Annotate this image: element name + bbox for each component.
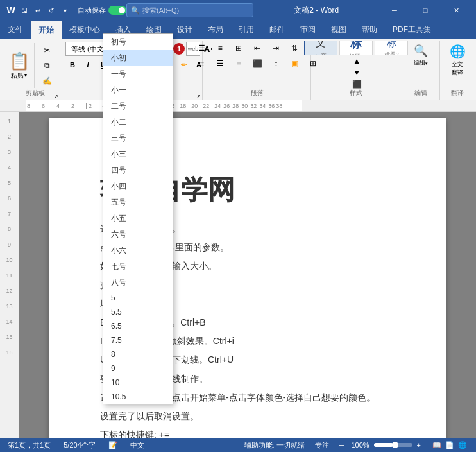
fontsize-badge: 1 bbox=[173, 43, 185, 55]
zoom-out-button[interactable]: ─ bbox=[337, 438, 347, 452]
sort-button[interactable]: ⇅ bbox=[285, 41, 303, 55]
fontsize-item-erhao[interactable]: 二号 bbox=[103, 98, 173, 114]
tab-references[interactable]: 引用 bbox=[231, 21, 262, 39]
autosave-toggle[interactable] bbox=[108, 6, 126, 15]
fontsize-item-bahao[interactable]: 八号 bbox=[103, 275, 173, 291]
style-heading1[interactable]: 标 标题1 bbox=[339, 41, 373, 55]
macro-button[interactable]: 📝 bbox=[106, 438, 120, 452]
fontsize-item-10-5[interactable]: 10.5 bbox=[103, 390, 173, 404]
web-view-button[interactable]: 🌐 bbox=[457, 441, 468, 449]
style-h2-label: 标题2 bbox=[384, 51, 399, 55]
translate-label: 全文翻译 bbox=[452, 60, 463, 77]
fontsize-item-7-5[interactable]: 7.5 bbox=[103, 333, 173, 347]
doc-line: 设置完了以后取消设置。 bbox=[100, 408, 395, 424]
search-input[interactable] bbox=[142, 6, 232, 14]
cut-button[interactable]: ✂ bbox=[38, 43, 56, 57]
fontsize-item-xiaoyi[interactable]: 小一 bbox=[103, 82, 173, 98]
multilevel-button[interactable]: ⊞ bbox=[230, 41, 248, 55]
editing-controls: 🔍 编辑▾ bbox=[405, 41, 437, 80]
paste-button[interactable]: 📋 粘贴▾ bbox=[6, 43, 35, 88]
fontsize-item-xiaochi[interactable]: 小初 bbox=[103, 50, 173, 66]
close-button[interactable]: ✕ bbox=[441, 0, 471, 21]
fontsize-item-liuhao[interactable]: 六号 bbox=[103, 227, 173, 243]
bold-button[interactable]: B bbox=[65, 58, 80, 72]
fontsize-item-sihao[interactable]: 四号 bbox=[103, 162, 173, 178]
fontsize-item-sanhao[interactable]: 三号 bbox=[103, 130, 173, 146]
format-painter-button[interactable]: ✍ bbox=[38, 74, 56, 88]
customize-icon[interactable]: ▾ bbox=[59, 4, 71, 16]
fontsize-item-9[interactable]: 9 bbox=[103, 361, 173, 376]
tab-home[interactable]: 开始 bbox=[31, 21, 62, 39]
save-icon[interactable]: 🖫 bbox=[19, 4, 30, 16]
increase-indent-button[interactable]: ⇥ bbox=[267, 41, 285, 55]
document-scroll[interactable]: 软件自学网 选中要修改的内容。点击开始菜单-字号里面的参数。如果要更改，手动输入… bbox=[19, 112, 476, 438]
tab-view[interactable]: 视图 bbox=[323, 21, 354, 39]
align-right-button[interactable]: ≡ bbox=[230, 56, 248, 71]
title-bar: W 🖫 ↩ ↺ ▾ 自动保存 🔍 文稿2 - Word ─ □ ✕ bbox=[0, 0, 476, 21]
tab-mailings[interactable]: 邮件 bbox=[262, 21, 293, 39]
title-bar-left: W 🖫 ↩ ↺ ▾ 自动保存 bbox=[5, 4, 126, 16]
italic-button[interactable]: I bbox=[81, 58, 95, 72]
styles-down-button[interactable]: ▼ bbox=[348, 67, 366, 78]
fontsize-item-6-5[interactable]: 6.5 bbox=[103, 319, 173, 333]
tab-layout[interactable]: 布局 bbox=[200, 21, 231, 39]
zoom-in-button[interactable]: + bbox=[414, 438, 423, 452]
fontsize-item-chuhao[interactable]: 初号 bbox=[103, 34, 173, 50]
restore-button[interactable]: □ bbox=[411, 0, 440, 21]
fontsize-item-8[interactable]: 8 bbox=[103, 347, 173, 361]
fontsize-dropdown-overlay: 初号 小初 一号 小一 二号 小二 三号 小三 四号 小四 五号 小五 六号 小… bbox=[103, 33, 173, 404]
style-normal[interactable]: 文 正文 bbox=[304, 41, 337, 55]
justify-button[interactable]: ⬛ bbox=[248, 56, 266, 71]
align-left-button[interactable]: ≡ bbox=[192, 56, 210, 71]
line-spacing-button[interactable]: ↕ bbox=[267, 56, 285, 71]
redo-icon[interactable]: ↺ bbox=[46, 4, 57, 16]
paste-label: 粘贴▾ bbox=[11, 71, 27, 80]
shading-button[interactable]: ▣ bbox=[285, 56, 303, 71]
highlight-button[interactable]: ✏ bbox=[176, 58, 191, 72]
minimize-button[interactable]: ─ bbox=[380, 0, 409, 21]
fontsize-item-xiaoliu[interactable]: 小六 bbox=[103, 243, 173, 259]
fontsize-item-5-5[interactable]: 5.5 bbox=[103, 305, 173, 319]
clipboard-expand[interactable]: ↗ bbox=[52, 92, 60, 100]
translate-icon: 🌐 bbox=[450, 44, 466, 59]
page-info[interactable]: 第1页，共1页 bbox=[5, 438, 53, 452]
styles-group-label: 样式 bbox=[312, 89, 400, 98]
tab-review[interactable]: 审阅 bbox=[293, 21, 323, 39]
copy-button[interactable]: ⧉ bbox=[38, 58, 56, 73]
print-layout-button[interactable]: 📄 bbox=[444, 441, 455, 449]
status-left: 第1页，共1页 5/204个字 📝 中文 bbox=[5, 438, 147, 452]
fontsize-item-xiaoer[interactable]: 小二 bbox=[103, 114, 173, 130]
fontsize-item-xiaosan[interactable]: 小三 bbox=[103, 146, 173, 162]
fontsize-item-qihao[interactable]: 七号 bbox=[103, 259, 173, 275]
tab-file[interactable]: 文件 bbox=[0, 21, 31, 39]
editing-expand-button[interactable]: 🔍 编辑▾ bbox=[405, 41, 437, 70]
tab-design[interactable]: 设计 bbox=[169, 21, 200, 39]
tab-help[interactable]: 帮助 bbox=[354, 21, 385, 39]
zoom-thumb[interactable] bbox=[392, 442, 398, 448]
align-center-button[interactable]: ☰ bbox=[211, 56, 229, 71]
focus-button[interactable]: 专注 bbox=[312, 438, 332, 452]
undo-icon[interactable]: ↩ bbox=[32, 4, 44, 16]
paragraph-controls: ☰ ≡ ⊞ ⇤ ⇥ ⇅ ¶ ≡ ☰ ≡ ⬛ ↕ ▣ ⊞ bbox=[192, 41, 322, 81]
clipboard-group: 📋 粘贴▾ ✂ ⧉ ✍ 剪贴板 ↗ bbox=[3, 41, 60, 100]
decrease-indent-button[interactable]: ⇤ bbox=[248, 41, 266, 55]
fontsize-item-xiaowu[interactable]: 小五 bbox=[103, 211, 173, 227]
font-expand[interactable]: ↗ bbox=[194, 92, 202, 100]
fontsize-item-5[interactable]: 5 bbox=[103, 291, 173, 305]
tab-template[interactable]: 模板中心 bbox=[62, 21, 108, 39]
word-count[interactable]: 5/204个字 bbox=[61, 438, 98, 452]
para-row2: ≡ ☰ ≡ ⬛ ↕ ▣ ⊞ bbox=[192, 56, 322, 71]
fontsize-item-10[interactable]: 10 bbox=[103, 376, 173, 390]
numbering-button[interactable]: ≡ bbox=[211, 41, 229, 55]
zoom-slider[interactable] bbox=[374, 443, 412, 447]
tab-pdf[interactable]: PDF工具集 bbox=[385, 21, 439, 39]
bullets-button[interactable]: ☰ bbox=[192, 41, 210, 55]
fontsize-item-xiaosi[interactable]: 小四 bbox=[103, 178, 173, 195]
read-mode-button[interactable]: 📖 bbox=[431, 441, 443, 449]
translate-group-label: 翻译 bbox=[441, 89, 473, 98]
styles-up-button[interactable]: ▲ bbox=[348, 55, 366, 67]
full-translate-button[interactable]: 🌐 全文翻译 bbox=[442, 41, 473, 80]
language-indicator[interactable]: 中文 bbox=[128, 438, 147, 452]
fontsize-item-yihao[interactable]: 一号 bbox=[103, 66, 173, 82]
fontsize-item-wuhao[interactable]: 五号 bbox=[103, 195, 173, 211]
